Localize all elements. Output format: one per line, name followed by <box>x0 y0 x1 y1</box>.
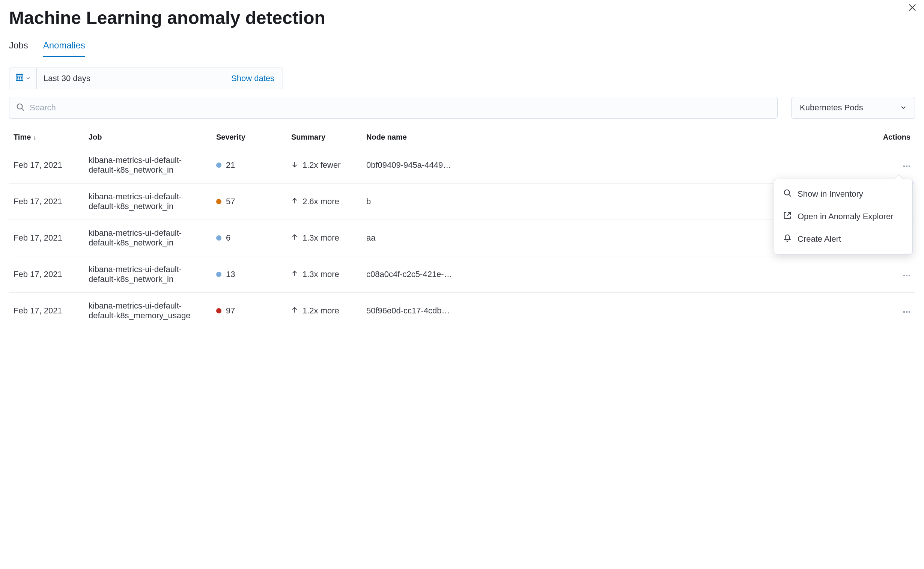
cell-time: Feb 17, 2021 <box>9 147 84 184</box>
popover-item-label: Create Alert <box>798 234 841 244</box>
chevron-down-icon <box>900 103 906 113</box>
column-header-job[interactable]: Job <box>84 128 212 147</box>
page-title: Machine Learning anomaly detection <box>9 0 915 37</box>
severity-dot-icon <box>216 199 222 204</box>
popover-item-label: Show in Inventory <box>798 189 863 199</box>
svg-point-6 <box>21 78 22 79</box>
chevron-down-icon <box>26 75 30 81</box>
summary-text: 1.3x more <box>302 233 339 243</box>
cell-time: Feb 17, 2021 <box>9 256 84 293</box>
svg-point-23 <box>784 190 790 195</box>
tab-anomalies[interactable]: Anomalies <box>43 37 85 57</box>
severity-value: 6 <box>226 233 231 243</box>
svg-rect-17 <box>903 275 905 276</box>
popout-icon <box>783 211 792 222</box>
cell-node-name: 50f96e0d-cc17-4cdb… <box>362 293 878 329</box>
cell-job: kibana-metrics-ui-default-default-k8s_ne… <box>84 256 212 293</box>
svg-rect-19 <box>909 275 910 276</box>
pods-dropdown[interactable]: Kubernetes Pods <box>791 97 915 119</box>
row-actions-button[interactable] <box>903 164 910 169</box>
svg-point-4 <box>17 78 18 79</box>
cell-node-name: c08a0c4f-c2c5-421e-… <box>362 256 878 293</box>
date-picker: Last 30 days Show dates <box>9 68 283 89</box>
row-actions-button[interactable] <box>903 309 910 315</box>
cell-severity: 21 <box>212 147 287 184</box>
column-header-time[interactable]: Time↓ <box>9 128 84 147</box>
svg-rect-9 <box>906 166 907 167</box>
show-dates-link[interactable]: Show dates <box>223 73 283 83</box>
column-header-node[interactable]: Node name <box>362 128 878 147</box>
svg-rect-22 <box>909 311 910 313</box>
search-box <box>9 97 778 119</box>
actions-popover: Show in Inventory Open in Anomaly Explor… <box>774 179 913 254</box>
cell-severity: 57 <box>212 184 287 220</box>
severity-value: 13 <box>226 269 235 279</box>
calendar-icon <box>15 73 24 84</box>
summary-text: 1.2x more <box>302 306 339 316</box>
date-range-label[interactable]: Last 30 days <box>37 73 223 83</box>
cell-severity: 6 <box>212 220 287 256</box>
cell-summary: 1.2x fewer <box>287 147 362 184</box>
severity-dot-icon <box>216 163 222 168</box>
cell-summary: 2.6x more <box>287 184 362 220</box>
popover-show-inventory[interactable]: Show in Inventory <box>774 183 912 205</box>
sort-desc-icon: ↓ <box>33 134 36 141</box>
cell-summary: 1.3x more <box>287 220 362 256</box>
cell-time: Feb 17, 2021 <box>9 220 84 256</box>
svg-rect-18 <box>906 275 907 276</box>
table-row: Feb 17, 2021 kibana-metrics-ui-default-d… <box>9 147 915 184</box>
severity-dot-icon <box>216 235 222 240</box>
cell-time: Feb 17, 2021 <box>9 293 84 329</box>
popover-item-label: Open in Anomaly Explorer <box>798 212 894 221</box>
popover-open-explorer[interactable]: Open in Anomaly Explorer <box>774 205 912 228</box>
tab-jobs[interactable]: Jobs <box>9 37 28 57</box>
severity-dot-icon <box>216 308 222 313</box>
arrow-down-icon <box>291 160 298 170</box>
svg-rect-20 <box>903 311 905 313</box>
cell-severity: 97 <box>212 293 287 329</box>
svg-point-7 <box>17 104 23 109</box>
severity-value: 97 <box>226 306 235 316</box>
summary-text: 2.6x more <box>302 197 339 207</box>
tabs: Jobs Anomalies <box>9 37 915 57</box>
svg-point-1 <box>17 77 18 78</box>
bell-icon <box>783 234 792 244</box>
summary-text: 1.3x more <box>302 269 339 279</box>
svg-point-5 <box>19 78 20 79</box>
cell-job: kibana-metrics-ui-default-default-k8s_ne… <box>84 147 212 184</box>
close-button[interactable] <box>908 3 916 14</box>
arrow-up-icon <box>291 269 298 279</box>
row-actions-button[interactable] <box>903 273 910 278</box>
severity-value: 21 <box>226 160 235 170</box>
cell-job: kibana-metrics-ui-default-default-k8s_ne… <box>84 220 212 256</box>
svg-point-3 <box>21 77 22 78</box>
dropdown-selected: Kubernetes Pods <box>800 103 863 113</box>
cell-summary: 1.2x more <box>287 293 362 329</box>
cell-job: kibana-metrics-ui-default-default-k8s_ne… <box>84 184 212 220</box>
cell-job: kibana-metrics-ui-default-default-k8s_me… <box>84 293 212 329</box>
cell-severity: 13 <box>212 256 287 293</box>
column-header-summary[interactable]: Summary <box>287 128 362 147</box>
arrow-up-icon <box>291 233 298 243</box>
table-row: Feb 17, 2021 kibana-metrics-ui-default-d… <box>9 256 915 293</box>
cell-time: Feb 17, 2021 <box>9 184 84 220</box>
date-picker-button[interactable] <box>9 68 37 89</box>
search-input[interactable] <box>30 103 771 113</box>
arrow-up-icon <box>291 197 298 207</box>
column-header-severity[interactable]: Severity <box>212 128 287 147</box>
svg-rect-21 <box>906 311 907 313</box>
search-icon <box>16 103 24 113</box>
popover-create-alert[interactable]: Create Alert <box>774 228 912 250</box>
svg-point-2 <box>19 77 20 78</box>
arrow-up-icon <box>291 306 298 316</box>
summary-text: 1.2x fewer <box>302 160 341 170</box>
cell-summary: 1.3x more <box>287 256 362 293</box>
search-icon <box>783 189 792 199</box>
column-header-actions: Actions <box>878 128 915 147</box>
severity-dot-icon <box>216 272 222 277</box>
table-row: Feb 17, 2021 kibana-metrics-ui-default-d… <box>9 293 915 329</box>
svg-rect-8 <box>903 166 905 167</box>
cell-node-name: 0bf09409-945a-4449… <box>362 147 878 184</box>
severity-value: 57 <box>226 197 235 207</box>
svg-rect-10 <box>909 166 910 167</box>
